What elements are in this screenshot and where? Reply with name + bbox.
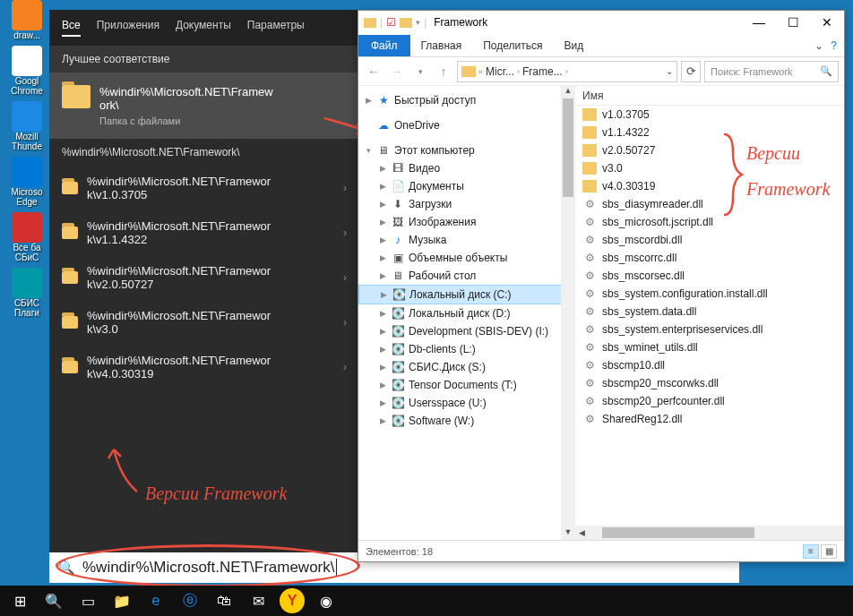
tree-arrow[interactable]: ▶ [378, 253, 387, 262]
ribbon-share[interactable]: Поделиться [472, 35, 553, 56]
file-item[interactable]: v1.1.4322 [575, 124, 844, 141]
file-item[interactable]: ⚙sbscmp10.dll [575, 356, 844, 374]
file-item[interactable]: ⚙sbs_system.configuration.install.dll [575, 285, 844, 303]
tree-arrow[interactable]: ▾ [364, 146, 373, 155]
explorer-taskbar[interactable]: 📁 [109, 588, 134, 613]
file-item[interactable]: ⚙SharedReg12.dll [575, 410, 844, 428]
desktop-icon[interactable]: Mozill Thunde [7, 101, 47, 151]
tree-arrow[interactable]: ▶ [378, 309, 387, 318]
desktop-icon[interactable]: Microso Edge [7, 157, 47, 207]
tree-arrow[interactable]: ▶ [379, 290, 388, 299]
tree-item[interactable]: ▶💽Software (W:) [358, 412, 574, 430]
desktop-icon[interactable]: СБИС Плаги [7, 268, 47, 318]
tree-arrow[interactable]: ▶ [378, 416, 387, 425]
tree-item[interactable]: ▶⬇Загрузки [358, 195, 574, 213]
tree-item[interactable]: ▶🖼Изображения [358, 213, 574, 231]
tree-arrow[interactable]: ▶ [378, 271, 387, 280]
tree-item[interactable]: ▶💽Db-clients (L:) [358, 340, 574, 358]
tree-arrow[interactable]: ▶ [378, 327, 387, 336]
tree-item[interactable]: ▾🖥Этот компьютер [358, 141, 574, 159]
close-button[interactable]: ✕ [815, 15, 839, 30]
maximize-button[interactable]: ☐ [781, 15, 805, 30]
view-details-button[interactable]: ≡ [803, 544, 819, 559]
tree-arrow[interactable]: ▶ [378, 235, 387, 244]
search-result[interactable]: %windir%\Microsoft.NET\Framewor k\v2.0.5… [49, 255, 358, 300]
chrome-taskbar[interactable]: ◉ [314, 588, 339, 613]
ribbon-collapse-icon[interactable]: ⌄ [814, 39, 823, 52]
ie-taskbar[interactable]: ⓔ [177, 588, 202, 613]
search-result[interactable]: %windir%\Microsoft.NET\Framewor k\v1.1.4… [49, 210, 358, 255]
tree-arrow[interactable]: ▶ [378, 363, 387, 372]
tree-item[interactable]: ▶💽Локальный диск (D:) [358, 304, 574, 322]
desktop-icon[interactable]: Googl Chrome [7, 46, 47, 96]
file-item[interactable]: ⚙sbs_microsoft.jscript.dll [575, 213, 844, 231]
tree-item[interactable]: ▶▣Объемные объекты [358, 249, 574, 267]
help-icon[interactable]: ? [831, 39, 837, 52]
qat-dropdown[interactable]: ▾ [416, 18, 420, 27]
tree-item[interactable]: ☁OneDrive [358, 116, 574, 134]
start-tab[interactable]: Все [62, 19, 81, 37]
file-item[interactable]: v3.0 [575, 159, 844, 177]
file-item[interactable]: ⚙sbs_mscorrc.dll [575, 249, 844, 267]
file-item[interactable]: ⚙sbs_system.enterpriseservices.dll [575, 321, 844, 338]
up-button[interactable]: ↑ [434, 64, 453, 79]
forward-button[interactable]: → [387, 64, 407, 79]
search-button[interactable]: 🔍 [41, 588, 66, 613]
tree-item[interactable]: ▶🖥Рабочий стол [358, 267, 574, 285]
start-tab[interactable]: Параметры [247, 19, 305, 37]
tree-item[interactable]: ▶★Быстрый доступ [358, 91, 574, 109]
tree-arrow[interactable]: ▶ [378, 345, 387, 354]
tree-item[interactable]: ▶💽Локальный диск (C:) [358, 285, 574, 304]
file-item[interactable]: ⚙sbs_wminet_utils.dll [575, 338, 844, 356]
address-dropdown[interactable]: ⌄ [666, 66, 673, 76]
refresh-button[interactable]: ⟳ [681, 61, 701, 82]
view-icons-button[interactable]: ▦ [821, 544, 837, 559]
ribbon-view[interactable]: Вид [553, 35, 594, 56]
file-item[interactable]: ⚙sbs_mscorsec.dll [575, 267, 844, 285]
yandex-taskbar[interactable]: Y [280, 588, 305, 613]
qat-save-icon[interactable] [400, 18, 412, 28]
tree-item[interactable]: ▶📄Документы [358, 177, 574, 195]
tree-arrow[interactable]: ▶ [378, 182, 387, 191]
window-titlebar[interactable]: | ☑ ▾ | Framework — ☐ ✕ [358, 11, 844, 34]
desktop-icon[interactable]: draw... [7, 0, 47, 40]
crumb-1[interactable]: Micr... [486, 65, 514, 78]
search-result[interactable]: %windir%\Microsoft.NET\Framewor k\v1.0.3… [49, 166, 358, 210]
tree-item[interactable]: ▶💽СБИС.Диск (S:) [358, 358, 574, 376]
start-tab[interactable]: Документы [176, 19, 231, 37]
tree-arrow[interactable]: ▶ [378, 200, 387, 209]
recent-dropdown[interactable]: ▾ [410, 67, 430, 76]
search-result[interactable]: %windir%\Microsoft.NET\Framewor k\v4.0.3… [49, 345, 358, 389]
column-name[interactable]: Имя [575, 86, 844, 106]
tree-scrollbar[interactable]: ▲▼ [561, 86, 575, 540]
explorer-search[interactable]: Поиск: Framework 🔍 [704, 61, 839, 82]
file-item[interactable]: v2.0.50727 [575, 141, 844, 159]
tree-arrow[interactable]: ▶ [378, 218, 387, 227]
qat-check-icon[interactable]: ☑ [386, 16, 396, 29]
tree-item[interactable]: ▶💽Usersspace (U:) [358, 394, 574, 412]
tree-item[interactable]: ▶♪Музыка [358, 231, 574, 249]
tree-item[interactable]: ▶🎞Видео [358, 159, 574, 177]
desktop-icon[interactable]: Все ба СБиС [7, 212, 47, 262]
minimize-button[interactable]: — [747, 15, 771, 30]
tree-item[interactable]: ▶💽Development (SBIS-DEV) (I:) [358, 322, 574, 340]
start-tab[interactable]: Приложения [97, 19, 159, 37]
back-button[interactable]: ← [364, 64, 383, 79]
tree-arrow[interactable]: ▶ [378, 164, 387, 173]
tree-arrow[interactable]: ▶ [378, 398, 387, 407]
h-scrollbar[interactable]: ◀ [575, 526, 844, 540]
mail-taskbar[interactable]: ✉ [246, 588, 271, 613]
ribbon-home[interactable]: Главная [410, 35, 473, 56]
crumb-2[interactable]: Frame... [522, 65, 563, 78]
file-item[interactable]: v1.0.3705 [575, 106, 844, 124]
start-button[interactable]: ⊞ [7, 588, 32, 613]
file-item[interactable]: ⚙sbscmp20_mscorwks.dll [575, 374, 844, 392]
best-match-result[interactable]: %windir%\Microsoft.NET\Framew ork\ Папка… [49, 73, 358, 139]
tree-item[interactable]: ▶💽Tensor Documents (T:) [358, 376, 574, 394]
store-taskbar[interactable]: 🛍 [211, 588, 237, 613]
search-result[interactable]: %windir%\Microsoft.NET\Framewor k\v3.0› [49, 300, 358, 345]
file-item[interactable]: ⚙sbs_system.data.dll [575, 303, 844, 321]
tree-arrow[interactable]: ▶ [378, 381, 387, 389]
address-bar[interactable]: « Micr... › Frame... › ⌄ [457, 61, 677, 82]
tree-arrow[interactable]: ▶ [364, 96, 373, 105]
